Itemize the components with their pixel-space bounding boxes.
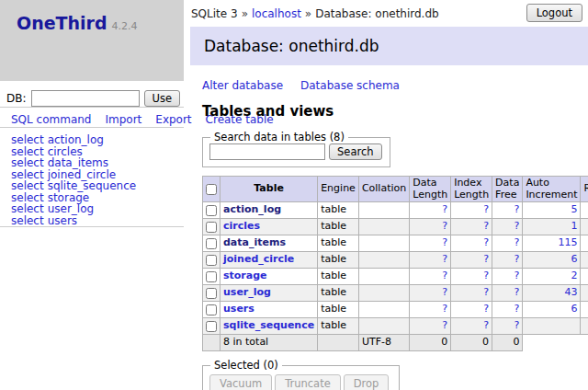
- engine-cell: table: [318, 219, 359, 235]
- sql-command-link[interactable]: SQL command: [11, 113, 91, 126]
- breadcrumb-server-link[interactable]: localhost: [252, 7, 301, 20]
- auto-increment-value: 115: [558, 236, 577, 248]
- import-link[interactable]: Import: [105, 113, 141, 126]
- index-length-cell: ?: [451, 285, 492, 302]
- app-header: OneThird4.2.4: [0, 0, 184, 81]
- data-length-link[interactable]: ?: [442, 253, 447, 265]
- table-name-cell: storage: [220, 269, 318, 285]
- table-name-link[interactable]: storage: [223, 270, 267, 281]
- logout-button[interactable]: Logout: [526, 4, 582, 22]
- divider: [0, 107, 184, 108]
- data-free-link[interactable]: ?: [514, 319, 520, 331]
- row-checkbox[interactable]: [206, 304, 217, 315]
- index-length-link[interactable]: ?: [483, 253, 489, 265]
- index-length-link[interactable]: ?: [483, 203, 489, 215]
- row-check-cell: [203, 235, 220, 252]
- data-free-cell: ?: [492, 302, 523, 318]
- column-header-index-length: Index Length: [451, 177, 492, 202]
- row-checkbox[interactable]: [206, 271, 217, 282]
- content-area: Alter databaseDatabase schema Tables and…: [202, 79, 588, 390]
- data-length-link[interactable]: ?: [442, 319, 447, 331]
- data-length-link[interactable]: ?: [442, 303, 447, 315]
- row-check-cell: [203, 285, 220, 302]
- column-header-data-free: Data Free: [492, 177, 523, 202]
- index-length-link[interactable]: ?: [483, 236, 489, 248]
- row-checkbox[interactable]: [206, 238, 217, 249]
- sidebar-table-link[interactable]: sqlite_sequence: [48, 179, 136, 192]
- table-row: user_log table ? ? ? 43 9: [203, 285, 588, 302]
- data-length-link[interactable]: ?: [442, 236, 447, 248]
- breadcrumb-driver: SQLite 3: [191, 7, 238, 20]
- row-checkbox[interactable]: [206, 321, 217, 332]
- index-length-link[interactable]: ?: [483, 220, 489, 232]
- table-name-link[interactable]: joined_circle: [223, 253, 294, 265]
- data-free-link[interactable]: ?: [514, 253, 520, 265]
- table-name-link[interactable]: sqlite_sequence: [223, 319, 314, 331]
- table-name-link[interactable]: circles: [223, 220, 260, 232]
- data-length-link[interactable]: ?: [442, 270, 447, 281]
- collation-cell: [358, 269, 409, 285]
- alter-database-link[interactable]: Alter database: [202, 79, 283, 92]
- index-length-link[interactable]: ?: [483, 303, 489, 315]
- index-length-cell: ?: [451, 252, 492, 269]
- row-checkbox[interactable]: [206, 288, 217, 299]
- page-title: Database: onethird.db: [190, 27, 588, 65]
- data-free-cell: ?: [492, 235, 523, 252]
- data-free-link[interactable]: ?: [514, 220, 520, 232]
- data-free-link[interactable]: ?: [514, 286, 520, 298]
- index-length-link[interactable]: ?: [483, 270, 489, 281]
- use-button[interactable]: Use: [144, 90, 180, 107]
- row-check-cell: [203, 302, 220, 318]
- drop-button: Drop: [344, 374, 390, 390]
- row-check-cell: [203, 219, 220, 235]
- data-free-link[interactable]: ?: [514, 236, 520, 248]
- data-free-link[interactable]: ?: [514, 270, 520, 281]
- table-name-cell: circles: [220, 219, 318, 235]
- data-length-cell: ?: [410, 318, 451, 335]
- search-input[interactable]: [209, 143, 325, 160]
- engine-cell: table: [318, 202, 359, 219]
- index-length-link[interactable]: ?: [483, 286, 489, 298]
- row-checkbox[interactable]: [206, 222, 217, 233]
- footer-engine: [318, 335, 359, 351]
- row-check-cell: [203, 269, 220, 285]
- breadcrumb-current: Database: onethird.db: [315, 7, 438, 20]
- data-length-link[interactable]: ?: [442, 220, 447, 232]
- auto-increment-value: 5: [571, 203, 577, 215]
- sidebar-table-link[interactable]: user_log: [48, 202, 94, 215]
- auto-increment-cell: 2: [523, 269, 581, 285]
- select-link[interactable]: select: [11, 214, 44, 227]
- tables-heading: Tables and views: [202, 104, 588, 119]
- auto-increment-value: 1: [571, 220, 577, 232]
- database-schema-link[interactable]: Database schema: [300, 79, 400, 92]
- app-title-link[interactable]: OneThird: [17, 13, 107, 33]
- data-free-link[interactable]: ?: [514, 303, 520, 315]
- sidebar-table-link[interactable]: data_items: [48, 156, 108, 169]
- index-length-link[interactable]: ?: [483, 319, 489, 331]
- sidebar-table-link[interactable]: users: [48, 214, 77, 227]
- rows-count-cell: 1: [581, 219, 588, 235]
- select-all-checkbox[interactable]: [206, 184, 217, 195]
- search-button[interactable]: Search: [329, 143, 382, 160]
- table-name-link[interactable]: user_log: [223, 286, 271, 298]
- table-name-cell: action_log: [220, 202, 318, 219]
- data-free-cell: ?: [492, 252, 523, 269]
- data-length-link[interactable]: ?: [442, 203, 447, 215]
- data-free-link[interactable]: ?: [514, 203, 520, 215]
- data-length-link[interactable]: ?: [442, 286, 447, 298]
- row-checkbox[interactable]: [206, 255, 217, 266]
- grid-header-row: Table Engine Collation Data Length Index…: [203, 177, 588, 202]
- db-input[interactable]: [31, 90, 140, 107]
- table-name-cell: user_log: [220, 285, 318, 302]
- engine-cell: table: [318, 235, 359, 252]
- engine-cell: table: [318, 269, 359, 285]
- table-name-link[interactable]: users: [223, 303, 254, 315]
- index-length-cell: ?: [451, 219, 492, 235]
- app-version: 4.2.4: [112, 20, 138, 32]
- table-name-link[interactable]: action_log: [223, 203, 281, 215]
- engine-cell: table: [318, 252, 359, 269]
- row-check-cell: [203, 318, 220, 335]
- sidebar-table-link[interactable]: action_log: [48, 133, 104, 146]
- row-checkbox[interactable]: [206, 205, 217, 216]
- table-name-link[interactable]: data_items: [223, 236, 286, 248]
